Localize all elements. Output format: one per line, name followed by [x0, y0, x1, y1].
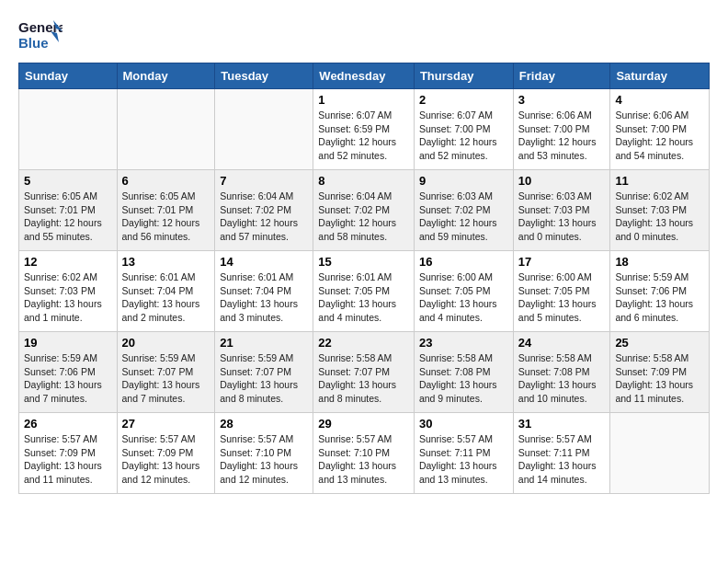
day-info: Sunrise: 6:03 AM Sunset: 7:02 PM Dayligh…: [419, 190, 508, 244]
calendar-cell: [117, 89, 215, 170]
calendar-week-2: 5Sunrise: 6:05 AM Sunset: 7:01 PM Daylig…: [19, 170, 710, 251]
day-number: 5: [24, 174, 112, 188]
day-number: 31: [518, 417, 606, 431]
calendar-cell: 26Sunrise: 5:57 AM Sunset: 7:09 PM Dayli…: [19, 413, 118, 494]
day-info: Sunrise: 6:03 AM Sunset: 7:03 PM Dayligh…: [518, 190, 606, 244]
calendar-cell: 5Sunrise: 6:05 AM Sunset: 7:01 PM Daylig…: [19, 170, 118, 251]
day-number: 16: [419, 255, 508, 269]
header-friday: Friday: [513, 63, 610, 89]
calendar-cell: 21Sunrise: 5:59 AM Sunset: 7:07 PM Dayli…: [215, 332, 313, 413]
calendar-cell: 18Sunrise: 5:59 AM Sunset: 7:06 PM Dayli…: [610, 251, 710, 332]
calendar-cell: 28Sunrise: 5:57 AM Sunset: 7:10 PM Dayli…: [215, 413, 313, 494]
day-number: 24: [518, 336, 606, 350]
day-number: 8: [318, 174, 409, 188]
day-info: Sunrise: 5:57 AM Sunset: 7:10 PM Dayligh…: [318, 432, 409, 487]
day-number: 20: [122, 336, 210, 350]
calendar-cell: 23Sunrise: 5:58 AM Sunset: 7:08 PM Dayli…: [414, 332, 513, 413]
day-number: 13: [122, 255, 210, 269]
day-number: 25: [615, 336, 704, 350]
calendar-cell: 14Sunrise: 6:01 AM Sunset: 7:04 PM Dayli…: [215, 251, 313, 332]
calendar-cell: 4Sunrise: 6:06 AM Sunset: 7:00 PM Daylig…: [610, 89, 710, 170]
day-number: 2: [419, 93, 508, 107]
calendar-cell: 30Sunrise: 5:57 AM Sunset: 7:11 PM Dayli…: [414, 413, 513, 494]
day-info: Sunrise: 6:06 AM Sunset: 7:00 PM Dayligh…: [518, 109, 606, 163]
calendar-week-4: 19Sunrise: 5:59 AM Sunset: 7:06 PM Dayli…: [19, 332, 710, 413]
calendar-cell: 12Sunrise: 6:02 AM Sunset: 7:03 PM Dayli…: [19, 251, 118, 332]
calendar-cell: 25Sunrise: 5:58 AM Sunset: 7:09 PM Dayli…: [610, 332, 710, 413]
day-number: 6: [122, 174, 210, 188]
day-info: Sunrise: 6:04 AM Sunset: 7:02 PM Dayligh…: [220, 190, 308, 244]
calendar-cell: [610, 413, 710, 494]
day-number: 30: [419, 417, 508, 431]
day-info: Sunrise: 6:04 AM Sunset: 7:02 PM Dayligh…: [318, 190, 409, 244]
calendar-cell: 20Sunrise: 5:59 AM Sunset: 7:07 PM Dayli…: [117, 332, 215, 413]
day-info: Sunrise: 5:57 AM Sunset: 7:09 PM Dayligh…: [24, 432, 112, 487]
calendar-cell: 8Sunrise: 6:04 AM Sunset: 7:02 PM Daylig…: [313, 170, 415, 251]
calendar-cell: 2Sunrise: 6:07 AM Sunset: 7:00 PM Daylig…: [414, 89, 513, 170]
day-info: Sunrise: 5:59 AM Sunset: 7:07 PM Dayligh…: [122, 351, 210, 406]
day-info: Sunrise: 6:07 AM Sunset: 7:00 PM Dayligh…: [419, 109, 508, 163]
header-thursday: Thursday: [414, 63, 513, 89]
day-info: Sunrise: 6:02 AM Sunset: 7:03 PM Dayligh…: [615, 190, 704, 244]
day-info: Sunrise: 6:01 AM Sunset: 7:05 PM Dayligh…: [318, 270, 409, 325]
calendar-cell: 29Sunrise: 5:57 AM Sunset: 7:10 PM Dayli…: [313, 413, 415, 494]
day-number: 11: [615, 174, 704, 188]
day-info: Sunrise: 5:57 AM Sunset: 7:11 PM Dayligh…: [518, 432, 606, 487]
day-number: 22: [318, 336, 409, 350]
calendar-week-3: 12Sunrise: 6:02 AM Sunset: 7:03 PM Dayli…: [19, 251, 710, 332]
day-info: Sunrise: 6:01 AM Sunset: 7:04 PM Dayligh…: [122, 270, 210, 325]
day-info: Sunrise: 5:58 AM Sunset: 7:08 PM Dayligh…: [518, 351, 606, 406]
day-number: 9: [419, 174, 508, 188]
day-info: Sunrise: 5:57 AM Sunset: 7:11 PM Dayligh…: [419, 432, 508, 487]
calendar-cell: 15Sunrise: 6:01 AM Sunset: 7:05 PM Dayli…: [313, 251, 415, 332]
day-info: Sunrise: 6:00 AM Sunset: 7:05 PM Dayligh…: [518, 270, 606, 325]
header-monday: Monday: [117, 63, 215, 89]
day-number: 19: [24, 336, 112, 350]
logo: GeneralBlue: [18, 18, 63, 53]
calendar-cell: 17Sunrise: 6:00 AM Sunset: 7:05 PM Dayli…: [513, 251, 610, 332]
calendar-cell: 27Sunrise: 5:57 AM Sunset: 7:09 PM Dayli…: [117, 413, 215, 494]
day-number: 3: [518, 93, 606, 107]
day-number: 28: [220, 417, 308, 431]
calendar-cell: 7Sunrise: 6:04 AM Sunset: 7:02 PM Daylig…: [215, 170, 313, 251]
calendar-table: SundayMondayTuesdayWednesdayThursdayFrid…: [18, 63, 710, 494]
calendar-cell: 1Sunrise: 6:07 AM Sunset: 6:59 PM Daylig…: [313, 89, 415, 170]
calendar-cell: 24Sunrise: 5:58 AM Sunset: 7:08 PM Dayli…: [513, 332, 610, 413]
day-info: Sunrise: 5:57 AM Sunset: 7:09 PM Dayligh…: [122, 432, 210, 487]
day-number: 1: [318, 93, 409, 107]
calendar-cell: 10Sunrise: 6:03 AM Sunset: 7:03 PM Dayli…: [513, 170, 610, 251]
day-number: 23: [419, 336, 508, 350]
day-number: 14: [220, 255, 308, 269]
day-number: 17: [518, 255, 606, 269]
day-info: Sunrise: 5:59 AM Sunset: 7:07 PM Dayligh…: [220, 351, 308, 406]
day-info: Sunrise: 5:58 AM Sunset: 7:09 PM Dayligh…: [615, 351, 704, 406]
day-info: Sunrise: 6:05 AM Sunset: 7:01 PM Dayligh…: [122, 190, 210, 244]
logo-svg: GeneralBlue: [18, 18, 63, 53]
day-number: 18: [615, 255, 704, 269]
calendar-cell: 6Sunrise: 6:05 AM Sunset: 7:01 PM Daylig…: [117, 170, 215, 251]
day-info: Sunrise: 6:02 AM Sunset: 7:03 PM Dayligh…: [24, 270, 112, 325]
calendar-cell: 11Sunrise: 6:02 AM Sunset: 7:03 PM Dayli…: [610, 170, 710, 251]
day-number: 27: [122, 417, 210, 431]
calendar-cell: [19, 89, 118, 170]
day-number: 10: [518, 174, 606, 188]
calendar-cell: 16Sunrise: 6:00 AM Sunset: 7:05 PM Dayli…: [414, 251, 513, 332]
day-info: Sunrise: 6:07 AM Sunset: 6:59 PM Dayligh…: [318, 109, 409, 163]
day-info: Sunrise: 5:58 AM Sunset: 7:08 PM Dayligh…: [419, 351, 508, 406]
day-number: 7: [220, 174, 308, 188]
calendar-cell: 31Sunrise: 5:57 AM Sunset: 7:11 PM Dayli…: [513, 413, 610, 494]
page-header: GeneralBlue: [18, 18, 710, 53]
header-saturday: Saturday: [610, 63, 710, 89]
day-info: Sunrise: 5:59 AM Sunset: 7:06 PM Dayligh…: [24, 351, 112, 406]
calendar-cell: 3Sunrise: 6:06 AM Sunset: 7:00 PM Daylig…: [513, 89, 610, 170]
svg-text:Blue: Blue: [18, 35, 49, 51]
day-info: Sunrise: 5:57 AM Sunset: 7:10 PM Dayligh…: [220, 432, 308, 487]
day-info: Sunrise: 6:00 AM Sunset: 7:05 PM Dayligh…: [419, 270, 508, 325]
header-wednesday: Wednesday: [313, 63, 415, 89]
day-number: 26: [24, 417, 112, 431]
calendar-cell: 19Sunrise: 5:59 AM Sunset: 7:06 PM Dayli…: [19, 332, 118, 413]
day-info: Sunrise: 5:59 AM Sunset: 7:06 PM Dayligh…: [615, 270, 704, 325]
header-sunday: Sunday: [19, 63, 118, 89]
calendar-cell: 22Sunrise: 5:58 AM Sunset: 7:07 PM Dayli…: [313, 332, 415, 413]
calendar-header-row: SundayMondayTuesdayWednesdayThursdayFrid…: [19, 63, 710, 89]
